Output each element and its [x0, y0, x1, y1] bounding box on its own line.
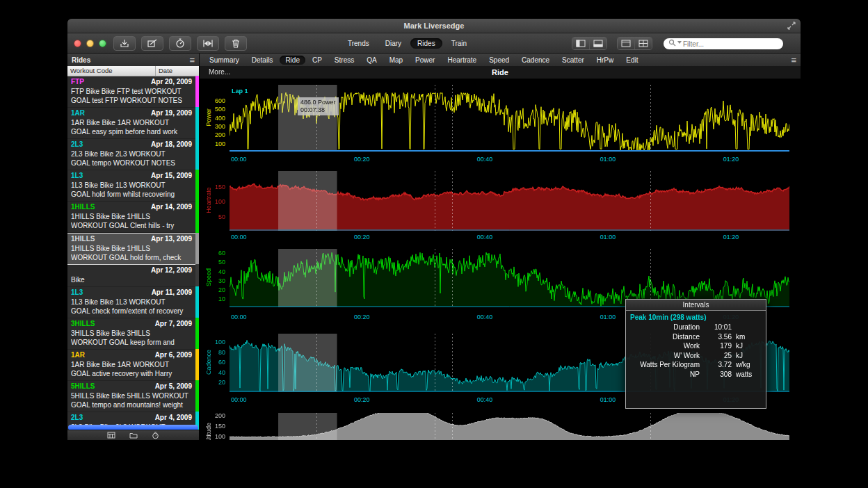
cadence-ytick: 100	[202, 339, 225, 345]
altitude-ytick: 150	[202, 423, 225, 430]
ride-description: 1L3 Bike Bike 1L3 WORKOUT	[71, 181, 192, 190]
ride-tab-qa[interactable]: QA	[361, 56, 382, 65]
toggle-left-sidebar-button[interactable]	[572, 38, 589, 49]
ride-date: Apr 20, 2009	[151, 78, 192, 87]
power-chart[interactable]	[230, 85, 789, 152]
ride-tab-power[interactable]: Power	[410, 56, 440, 65]
list-column-header[interactable]: Workout Code Date	[67, 66, 199, 76]
list-item[interactable]: 1L3Apr 15, 20091L3 Bike Bike 1L3 WORKOUT…	[67, 170, 199, 202]
list-item[interactable]: FTPApr 20, 2009FTP Bike Bike FTP test WO…	[67, 76, 199, 108]
speed-ytick: 30	[202, 277, 225, 284]
intervals-button[interactable]	[197, 36, 219, 51]
workout-code: 1AR	[71, 109, 85, 118]
workout-code: FTP	[71, 78, 84, 87]
stopwatch-button[interactable]	[169, 36, 191, 51]
save-button[interactable]	[113, 36, 136, 51]
close-button[interactable]	[74, 40, 81, 47]
ride-tab-cp[interactable]: CP	[307, 56, 328, 65]
list-item[interactable]: 2L3Apr 18, 20092L3 Bike Bike 2L3 WORKOUT…	[67, 139, 199, 170]
sidebar-menu-icon[interactable]: ≡	[189, 56, 195, 65]
tab-rides[interactable]: Rides	[410, 38, 442, 49]
time-axis-tick: 00:40	[477, 396, 493, 403]
intervals-popup[interactable]: Intervals Peak 10min (298 watts) Duratio…	[625, 299, 766, 409]
ride-tab-summary[interactable]: Summary	[204, 56, 245, 65]
ride-date: Apr 13, 2009	[151, 235, 192, 244]
chart-menu-icon[interactable]: ≡	[791, 56, 796, 65]
ride-tab-edit[interactable]: Edit	[620, 56, 643, 65]
calendar-icon[interactable]	[107, 432, 115, 439]
heartrate-ytick: 150	[202, 184, 225, 190]
speed-ytick: 60	[202, 250, 225, 257]
ride-tab-details[interactable]: Details	[246, 56, 279, 65]
cadence-ytick: 60	[202, 359, 225, 366]
tab-trends[interactable]: Trends	[341, 38, 376, 49]
ride-tab-heartrate[interactable]: Heartrate	[442, 56, 482, 65]
ride-description: 3HILLS Bike Bike 3HILLS	[71, 329, 192, 338]
list-item[interactable]: 1L3Apr 11, 20091L3 Bike Bike 1L3 WORKOUT…	[67, 287, 199, 318]
delete-button[interactable]	[225, 36, 247, 51]
search-icon	[668, 39, 676, 47]
tab-train[interactable]: Train	[444, 38, 474, 49]
zoom-button[interactable]	[99, 40, 106, 47]
list-item[interactable]: 3HILLSApr 7, 20093HILLS Bike Bike 3HILLS…	[67, 318, 199, 350]
edit-button[interactable]	[141, 36, 163, 51]
ride-tab-cadence[interactable]: Cadence	[516, 56, 555, 65]
ride-tab-map[interactable]: Map	[384, 56, 408, 65]
list-item[interactable]: Apr 12, 2009Bike	[67, 265, 199, 287]
time-axis-tick: 01:00	[600, 314, 616, 320]
tab-diary[interactable]: Diary	[378, 38, 408, 49]
window-titlebar[interactable]: Mark Liversedge	[67, 19, 801, 33]
layout-toggle-group	[617, 37, 652, 50]
heartrate-chart[interactable]	[230, 171, 789, 231]
speed-ytick: 20	[202, 286, 225, 293]
list-item[interactable]: 1ARApr 6, 20091AR Bike Bike 1AR WORKOUTG…	[67, 350, 199, 381]
toggle-bottom-panel-button[interactable]	[589, 38, 606, 49]
ride-color-strip	[195, 286, 199, 318]
power-ytick: 200	[202, 131, 225, 138]
ride-description: GOAL test FTP WORKOUT NOTES	[71, 96, 192, 105]
window-title: Mark Liversedge	[404, 22, 465, 30]
ride-description: 5HILLS Bike Bike 5HILLS WORKOUT	[71, 391, 192, 400]
ride-tab-ride[interactable]: Ride	[280, 56, 305, 65]
ride-date: Apr 19, 2009	[151, 109, 192, 118]
more-button[interactable]: More...	[209, 68, 230, 76]
list-item[interactable]: 1ARApr 19, 20091AR Bike Bike 1AR WORKOUT…	[67, 108, 199, 139]
ride-tab-stress[interactable]: Stress	[329, 56, 360, 65]
chart-title-bar: More... Ride	[200, 66, 801, 79]
clock-icon[interactable]	[152, 432, 159, 439]
time-axis-tick: 00:00	[231, 396, 247, 403]
sidebar-header: Rides ≡	[67, 54, 200, 67]
altitude-chart[interactable]	[230, 413, 789, 440]
altitude-ytick: 100	[202, 433, 225, 440]
speed-ytick: 40	[202, 268, 225, 275]
minimize-button[interactable]	[86, 40, 94, 47]
ride-description: WORKOUT GOAL keep form and	[71, 338, 192, 347]
workout-code: 1HILLS	[71, 235, 95, 244]
stopwatch-icon	[175, 38, 186, 48]
ride-description: GOAL easy spim before hard work	[71, 127, 192, 136]
list-item[interactable]: 1HILLSApr 13, 20091HILLS Bike Bike 1HILL…	[67, 233, 199, 265]
intervals-popup-title[interactable]: Intervals	[626, 300, 766, 311]
lap-label: Lap 1	[232, 88, 248, 95]
ride-color-strip	[195, 170, 199, 202]
list-item[interactable]: 1HILLSApr 14, 20091HILLS Bike Bike 1HILL…	[67, 202, 199, 233]
ride-description: GOAL active recovery with Harry	[71, 369, 192, 378]
workout-code: 1L3	[71, 172, 83, 181]
ride-tabs-bar: SummaryDetailsRideCPStressQAMapPowerHear…	[200, 54, 801, 67]
tiled-view-button[interactable]	[634, 38, 652, 49]
list-item[interactable]: 5HILLSApr 5, 20095HILLS Bike Bike 5HILLS…	[67, 381, 199, 412]
ride-tab-speed[interactable]: Speed	[483, 56, 515, 65]
fullscreen-icon[interactable]	[787, 22, 796, 30]
download-icon	[119, 39, 130, 48]
column-workout-code[interactable]: Workout Code	[67, 66, 156, 76]
ride-tab-hrpw[interactable]: HrPw	[591, 56, 619, 65]
heartrate-ytick: 100	[202, 198, 225, 205]
speed-ytick: 10	[202, 295, 225, 302]
single-view-button[interactable]	[618, 38, 634, 49]
ride-date: Apr 6, 2009	[155, 351, 192, 360]
column-date[interactable]: Date	[156, 66, 199, 76]
ride-description: 1AR Bike Bike 1AR WORKOUT	[71, 360, 192, 369]
folder-icon[interactable]	[129, 432, 138, 439]
ride-tab-scatter[interactable]: Scatter	[556, 56, 590, 65]
workout-code: 2L3	[71, 414, 83, 423]
